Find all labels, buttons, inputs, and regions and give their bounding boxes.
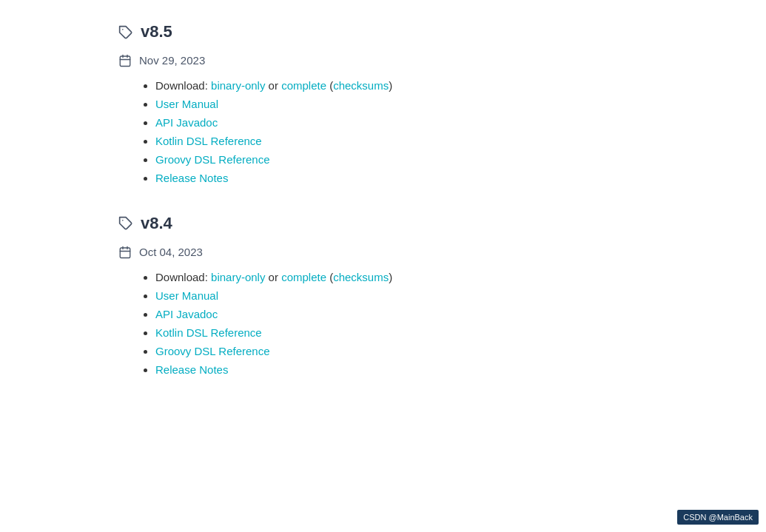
- list-item-user-manual-v8-4: User Manual: [155, 289, 648, 302]
- kotlin-dsl-link-v8-5[interactable]: Kotlin DSL Reference: [155, 135, 262, 147]
- release-notes-link-v8-4[interactable]: Release Notes: [155, 363, 228, 376]
- svg-rect-6: [120, 248, 130, 258]
- list-item-api-javadoc-v8-5: API Javadoc: [155, 116, 648, 129]
- version-section-v8-4: v8.4 Oct 04, 2023 Download: binary-only …: [118, 214, 648, 376]
- list-item-download-v8-4: Download: binary-only or complete (check…: [155, 271, 648, 283]
- list-item-kotlin-dsl-v8-4: Kotlin DSL Reference: [155, 326, 648, 339]
- complete-link-v8-5[interactable]: complete: [281, 79, 326, 92]
- date-row-v8-4: Oct 04, 2023: [118, 245, 648, 259]
- version-header-v8-4: v8.4: [118, 214, 648, 233]
- calendar-icon-v8-5: [118, 53, 132, 67]
- links-list-v8-5: Download: binary-only or complete (check…: [118, 79, 648, 184]
- main-content: v8.5 Nov 29, 2023 Download: binary-only …: [0, 0, 766, 428]
- tag-icon-v8-5: [118, 24, 133, 39]
- api-javadoc-link-v8-5[interactable]: API Javadoc: [155, 116, 218, 129]
- groovy-dsl-link-v8-5[interactable]: Groovy DSL Reference: [155, 153, 270, 166]
- groovy-dsl-link-v8-4[interactable]: Groovy DSL Reference: [155, 345, 270, 357]
- api-javadoc-link-v8-4[interactable]: API Javadoc: [155, 308, 218, 320]
- download-label-v8-5: Download:: [155, 79, 208, 92]
- version-title-v8-5: v8.5: [141, 22, 172, 41]
- version-title-v8-4: v8.4: [141, 214, 172, 233]
- tag-icon-v8-4: [118, 215, 133, 231]
- version-date-v8-4: Oct 04, 2023: [139, 246, 203, 258]
- binary-only-link-v8-4[interactable]: binary-only: [211, 271, 265, 283]
- close-paren-v8-4: ): [389, 271, 392, 283]
- list-item-api-javadoc-v8-4: API Javadoc: [155, 308, 648, 320]
- complete-link-v8-4[interactable]: complete: [281, 271, 326, 283]
- date-row-v8-5: Nov 29, 2023: [118, 53, 648, 67]
- or-text-v8-5: or: [269, 79, 282, 92]
- checksums-link-v8-5[interactable]: checksums: [333, 79, 389, 92]
- release-notes-link-v8-5[interactable]: Release Notes: [155, 172, 228, 184]
- calendar-icon-v8-4: [118, 245, 132, 259]
- list-item-user-manual-v8-5: User Manual: [155, 98, 648, 110]
- list-item-kotlin-dsl-v8-5: Kotlin DSL Reference: [155, 135, 648, 147]
- kotlin-dsl-link-v8-4[interactable]: Kotlin DSL Reference: [155, 326, 262, 339]
- user-manual-link-v8-5[interactable]: User Manual: [155, 98, 218, 110]
- links-list-v8-4: Download: binary-only or complete (check…: [118, 271, 648, 376]
- user-manual-link-v8-4[interactable]: User Manual: [155, 289, 218, 302]
- svg-rect-1: [120, 56, 130, 67]
- list-item-groovy-dsl-v8-5: Groovy DSL Reference: [155, 153, 648, 166]
- list-item-groovy-dsl-v8-4: Groovy DSL Reference: [155, 345, 648, 357]
- watermark: CSDN @MainBack: [677, 510, 759, 525]
- list-item-release-notes-v8-4: Release Notes: [155, 363, 648, 376]
- version-header-v8-5: v8.5: [118, 22, 648, 41]
- version-date-v8-5: Nov 29, 2023: [139, 54, 205, 67]
- version-section-v8-5: v8.5 Nov 29, 2023 Download: binary-only …: [118, 22, 648, 184]
- close-paren-v8-5: ): [389, 79, 392, 92]
- list-item-download-v8-5: Download: binary-only or complete (check…: [155, 79, 648, 92]
- or-text-v8-4: or: [269, 271, 282, 283]
- binary-only-link-v8-5[interactable]: binary-only: [211, 79, 265, 92]
- download-label-v8-4: Download:: [155, 271, 208, 283]
- checksums-link-v8-4[interactable]: checksums: [333, 271, 389, 283]
- list-item-release-notes-v8-5: Release Notes: [155, 172, 648, 184]
